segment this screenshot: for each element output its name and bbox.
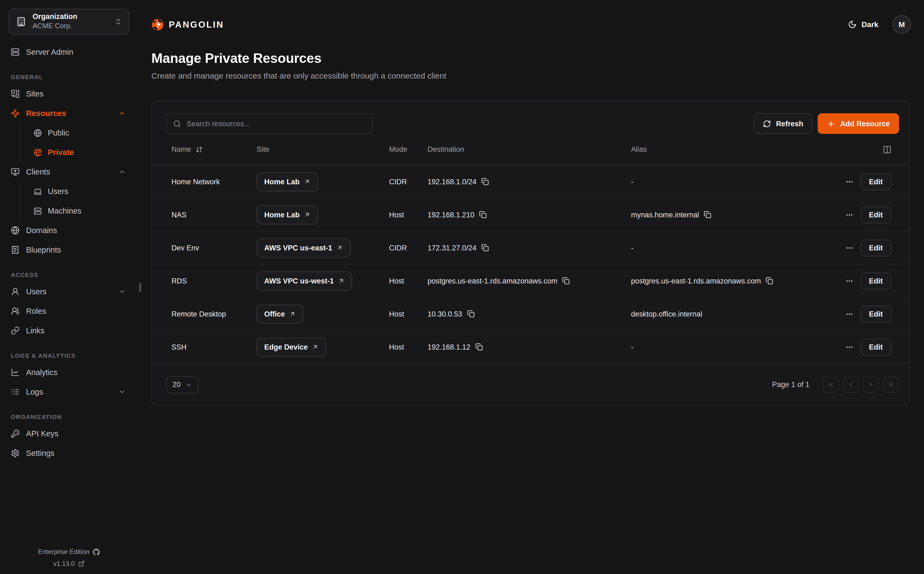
users-icon [11,307,19,315]
sidebar: Organization ACME Corp. Server Admin GEN… [0,0,138,574]
topbar-right: Dark M [848,15,911,34]
edit-button[interactable]: Edit [860,306,891,322]
copy-icon[interactable] [766,277,774,285]
sidebar-item-sites[interactable]: Sites [9,84,129,104]
sidebar-item-private[interactable]: Private [32,143,129,162]
waypoints-icon [11,109,19,118]
sidebar-item-label: Links [26,326,44,335]
sidebar-item-logs[interactable]: Logs [9,382,129,402]
receipt-icon [11,246,19,254]
copy-icon[interactable] [475,343,483,351]
arrow-up-right-icon [337,244,343,251]
pagination-bar: 20 Page 1 of 1 [152,363,909,405]
copy-icon[interactable] [704,211,712,218]
page-subtitle: Create and manage resources that are onl… [151,71,911,80]
mode-value: Host [389,343,427,351]
server-icon [11,48,19,56]
avatar[interactable]: M [892,15,911,34]
sidebar-footer: Enterprise Edition v1.13.0 [0,548,138,568]
chevron-up-icon [118,109,126,117]
page-size-select[interactable]: 20 [166,376,199,393]
alias-value: - [631,343,633,351]
theme-toggle[interactable]: Dark [848,20,878,29]
sidebar-item-public[interactable]: Public [32,123,129,143]
copy-icon[interactable] [479,211,487,218]
next-page-button[interactable] [863,377,879,393]
sidebar-item-clients[interactable]: Clients [9,162,129,181]
sidebar-item-resources[interactable]: Resources [9,104,129,123]
copy-icon[interactable] [467,310,475,318]
refresh-button[interactable]: Refresh [754,113,813,134]
sidebar-item-label: Resources [26,109,66,118]
org-selector-label: Organization [33,13,77,22]
sidebar-item-client-users[interactable]: Users [32,181,129,201]
sidebar-item-links[interactable]: Links [9,321,129,341]
sidebar-item-label: Public [48,128,69,137]
edit-button[interactable]: Edit [860,206,891,223]
alias-value: postgres.us-east-1.rds.amazonaws.com [631,277,761,285]
table-row: Dev Env AWS VPC us-east-1 CIDR 172.31.27… [152,231,909,264]
sidebar-item-machines[interactable]: Machines [32,201,129,221]
version-link[interactable]: v1.13.0 [54,560,85,568]
site-link-button[interactable]: AWS VPC us-east-1 [256,238,351,257]
chevron-down-icon [185,381,192,388]
resource-name: Dev Env [171,244,256,252]
columns-icon[interactable] [883,145,891,154]
sidebar-item-label: API Keys [26,429,59,438]
row-menu-button[interactable] [845,211,853,219]
arrow-up-right-icon [312,344,319,350]
site-link-button[interactable]: Home Lab [256,205,318,224]
row-menu-button[interactable] [845,277,853,285]
row-menu-button[interactable] [845,343,853,351]
chevrons-right-icon [888,381,894,388]
last-page-button[interactable] [883,377,899,393]
sidebar-item-blueprints[interactable]: Blueprints [9,240,129,260]
copy-icon[interactable] [481,178,489,185]
sidebar-item-server-admin[interactable]: Server Admin [9,42,129,62]
line-chart-icon [11,368,19,377]
row-menu-button[interactable] [845,178,853,186]
sidebar-item-users[interactable]: Users [9,282,129,301]
page-head: Manage Private Resources Create and mana… [151,50,911,80]
row-menu-button[interactable] [845,244,853,252]
link-icon [11,326,19,335]
resource-name: RDS [171,277,256,285]
sidebar-item-label: Analytics [26,368,57,377]
edit-button[interactable]: Edit [860,173,891,190]
column-header-site: Site [256,145,389,153]
previous-page-button[interactable] [843,377,859,393]
resource-name: Remote Desktop [171,310,256,318]
globe-icon [11,226,19,235]
sidebar-item-roles[interactable]: Roles [9,301,129,321]
sidebar-item-api-keys[interactable]: API Keys [9,424,129,443]
copy-icon[interactable] [562,277,570,285]
table-row: Home Network Home Lab CIDR 192.168.1.0/2… [152,165,909,198]
brand[interactable]: PANGOLIN [151,18,224,31]
edit-button[interactable]: Edit [860,239,891,256]
copy-icon[interactable] [481,244,489,251]
column-header-alias: Alias [631,145,854,153]
destination-value: 172.31.27.0/24 [427,244,476,252]
sidebar-item-domains[interactable]: Domains [9,221,129,240]
sidebar-item-settings[interactable]: Settings [9,443,129,463]
mode-value: Host [389,310,427,318]
destination-value: postgres.us-east-1.rds.amazonaws.com [427,277,557,285]
sort-icon[interactable] [195,145,203,153]
resources-card: Refresh Add Resource Name Site Mode Dest… [151,100,910,406]
add-resource-button[interactable]: Add Resource [818,113,899,134]
site-link-button[interactable]: Home Lab [256,172,318,191]
alias-value: mynas.home.internal [631,211,699,219]
first-page-button[interactable] [823,377,839,393]
row-menu-button[interactable] [845,310,853,318]
edit-button[interactable]: Edit [860,339,891,355]
site-link-button[interactable]: AWS VPC us-west-1 [256,271,353,290]
sidebar-item-analytics[interactable]: Analytics [9,363,129,382]
org-selector[interactable]: Organization ACME Corp. [9,9,129,35]
site-link-button[interactable]: Office [256,304,304,323]
edition-link[interactable]: Enterprise Edition [38,548,100,555]
table-row: Remote Desktop Office Host 10.30.0.53 de… [152,297,909,330]
user-icon [11,287,19,296]
site-link-button[interactable]: Edge Device [256,337,326,356]
search-input[interactable] [187,120,366,128]
edit-button[interactable]: Edit [860,272,891,289]
